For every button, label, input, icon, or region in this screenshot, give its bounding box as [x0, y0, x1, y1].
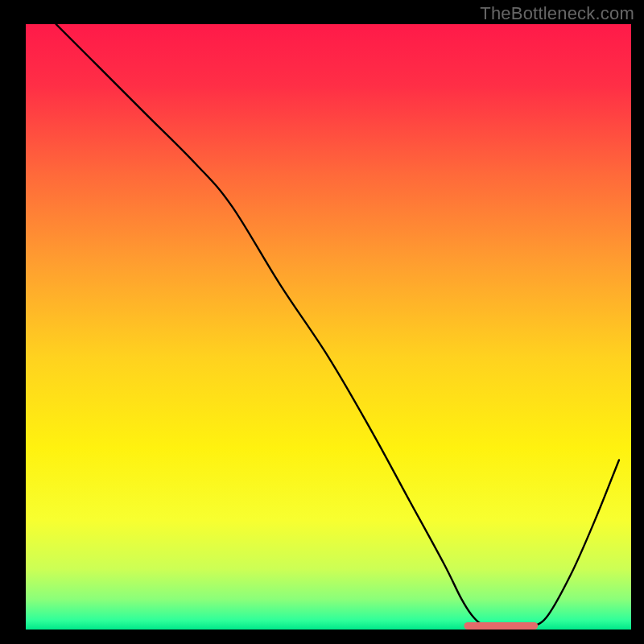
chart-container: TheBottleneck.com — [0, 0, 644, 644]
plot-background — [26, 24, 631, 630]
bottleneck-chart — [0, 0, 644, 644]
watermark: TheBottleneck.com — [480, 3, 634, 24]
